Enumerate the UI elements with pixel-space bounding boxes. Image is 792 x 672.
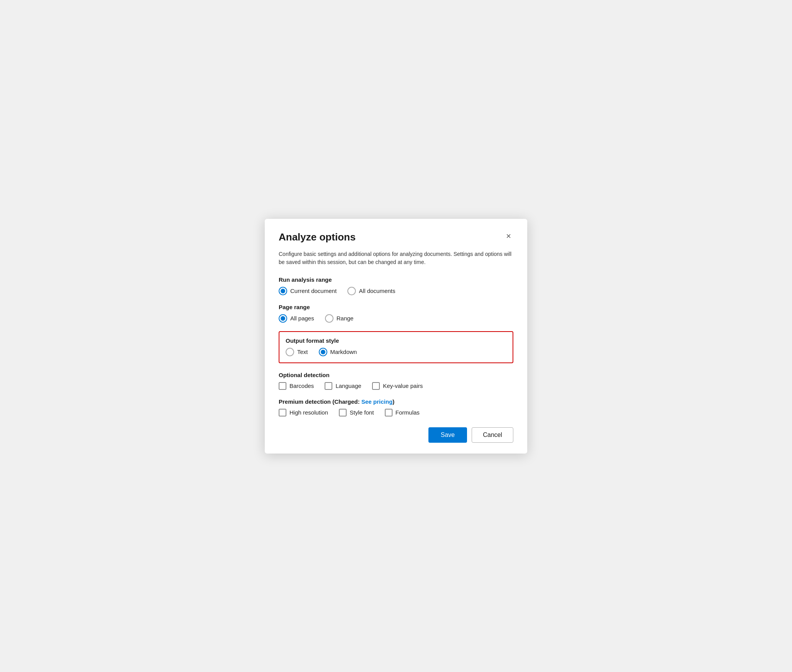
premium-detection-text: Premium detection (Charged: [279, 398, 361, 405]
checkbox-barcodes[interactable]: Barcodes [279, 382, 314, 390]
radio-markdown-input[interactable] [319, 348, 327, 356]
radio-all-pages-input[interactable] [279, 314, 287, 323]
radio-all-pages-label: All pages [290, 315, 314, 322]
radio-markdown-label: Markdown [330, 349, 357, 355]
run-analysis-range-section: Run analysis range Current document All … [279, 276, 513, 295]
radio-all-documents-label: All documents [359, 288, 395, 294]
optional-detection-group: Barcodes Language Key-value pairs [279, 382, 513, 390]
output-format-style-group: Text Markdown [286, 348, 506, 356]
radio-markdown[interactable]: Markdown [319, 348, 357, 356]
radio-text[interactable]: Text [286, 348, 308, 356]
radio-range[interactable]: Range [325, 314, 354, 323]
see-pricing-link[interactable]: See pricing [361, 398, 393, 405]
radio-current-document-label: Current document [290, 288, 337, 294]
dialog-header: Analyze options × [279, 231, 513, 243]
premium-detection-section: Premium detection (Charged: See pricing)… [279, 398, 513, 416]
radio-all-pages[interactable]: All pages [279, 314, 314, 323]
page-range-label: Page range [279, 304, 513, 310]
radio-range-input[interactable] [325, 314, 333, 323]
dialog-title: Analyze options [279, 231, 355, 243]
close-button[interactable]: × [504, 231, 513, 241]
checkbox-barcodes-label: Barcodes [289, 383, 314, 389]
premium-detection-group: High resolution Style font Formulas [279, 409, 513, 416]
checkbox-high-resolution[interactable]: High resolution [279, 409, 328, 416]
run-analysis-range-label: Run analysis range [279, 276, 513, 283]
radio-range-label: Range [337, 315, 354, 322]
checkbox-style-font-input[interactable] [339, 409, 347, 416]
output-format-style-label: Output format style [286, 337, 506, 344]
run-analysis-range-group: Current document All documents [279, 287, 513, 295]
checkbox-key-value-pairs[interactable]: Key-value pairs [372, 382, 423, 390]
analyze-options-dialog: Analyze options × Configure basic settin… [265, 219, 527, 454]
checkbox-formulas-input[interactable] [385, 409, 393, 416]
checkbox-key-value-pairs-label: Key-value pairs [383, 383, 423, 389]
dialog-description: Configure basic settings and additional … [279, 250, 513, 266]
radio-all-documents[interactable]: All documents [347, 287, 395, 295]
checkbox-language[interactable]: Language [325, 382, 361, 390]
optional-detection-label: Optional detection [279, 372, 513, 378]
premium-detection-label: Premium detection (Charged: See pricing) [279, 398, 513, 405]
checkbox-formulas[interactable]: Formulas [385, 409, 420, 416]
radio-all-documents-input[interactable] [347, 287, 356, 295]
checkbox-style-font-label: Style font [350, 409, 374, 416]
checkbox-language-input[interactable] [325, 382, 332, 390]
radio-current-document-input[interactable] [279, 287, 287, 295]
radio-current-document[interactable]: Current document [279, 287, 337, 295]
premium-detection-end: ) [393, 398, 394, 405]
checkbox-high-resolution-input[interactable] [279, 409, 286, 416]
checkbox-formulas-label: Formulas [396, 409, 420, 416]
page-range-group: All pages Range [279, 314, 513, 323]
checkbox-language-label: Language [335, 383, 361, 389]
optional-detection-section: Optional detection Barcodes Language Key… [279, 372, 513, 390]
checkbox-style-font[interactable]: Style font [339, 409, 374, 416]
checkbox-high-resolution-label: High resolution [289, 409, 328, 416]
checkbox-key-value-pairs-input[interactable] [372, 382, 380, 390]
radio-text-label: Text [297, 349, 308, 355]
cancel-button[interactable]: Cancel [472, 427, 513, 443]
save-button[interactable]: Save [428, 427, 467, 443]
radio-text-input[interactable] [286, 348, 294, 356]
dialog-footer: Save Cancel [279, 427, 513, 443]
output-format-style-section: Output format style Text Markdown [279, 331, 513, 363]
checkbox-barcodes-input[interactable] [279, 382, 286, 390]
page-range-section: Page range All pages Range [279, 304, 513, 323]
